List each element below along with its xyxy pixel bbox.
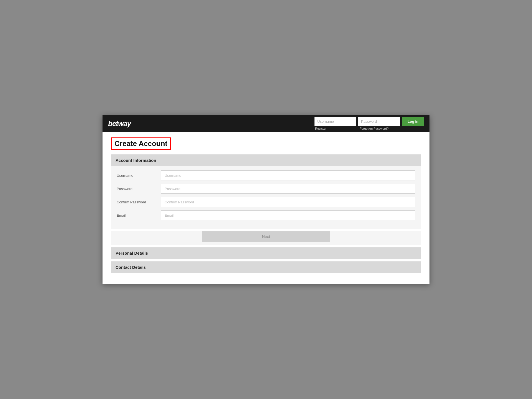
- username-label: Username: [117, 173, 161, 178]
- next-btn-wrapper: Next: [111, 231, 421, 245]
- password-row: Password: [117, 184, 415, 194]
- personal-details-section: Personal Details: [111, 247, 421, 259]
- register-link[interactable]: Register: [315, 127, 326, 130]
- contact-details-header[interactable]: Contact Details: [111, 261, 421, 273]
- email-row: Email: [117, 210, 415, 220]
- email-input[interactable]: [161, 210, 415, 220]
- password-label: Password: [117, 187, 161, 191]
- forgotten-password-link[interactable]: Forgotten Password?: [360, 127, 389, 130]
- confirm-password-label: Confirm Password: [117, 200, 161, 204]
- email-label: Email: [117, 213, 161, 218]
- login-button[interactable]: Log in: [402, 117, 424, 126]
- next-button[interactable]: Next: [202, 231, 330, 242]
- username-input[interactable]: [161, 170, 415, 180]
- confirm-password-row: Confirm Password: [117, 197, 415, 207]
- personal-details-header[interactable]: Personal Details: [111, 247, 421, 259]
- account-information-body: Username Password Confirm Password Email: [111, 166, 421, 229]
- main-content: Create Account Account Information Usern…: [103, 132, 429, 284]
- nav-username-input[interactable]: [314, 117, 356, 126]
- nav-password-input[interactable]: [358, 117, 400, 126]
- navbar: betway Log in Register Forgotten Passwor…: [103, 115, 429, 132]
- confirm-password-input[interactable]: [161, 197, 415, 207]
- browser-window: betway Log in Register Forgotten Passwor…: [103, 115, 429, 284]
- password-input[interactable]: [161, 184, 415, 194]
- username-row: Username: [117, 170, 415, 180]
- account-information-section: Account Information Username Password Co…: [111, 154, 421, 245]
- nav-right: Log in Register Forgotten Password?: [314, 117, 424, 130]
- account-information-header: Account Information: [111, 155, 421, 166]
- contact-details-section: Contact Details: [111, 261, 421, 273]
- logo: betway: [108, 119, 131, 128]
- page-title: Create Account: [111, 137, 171, 150]
